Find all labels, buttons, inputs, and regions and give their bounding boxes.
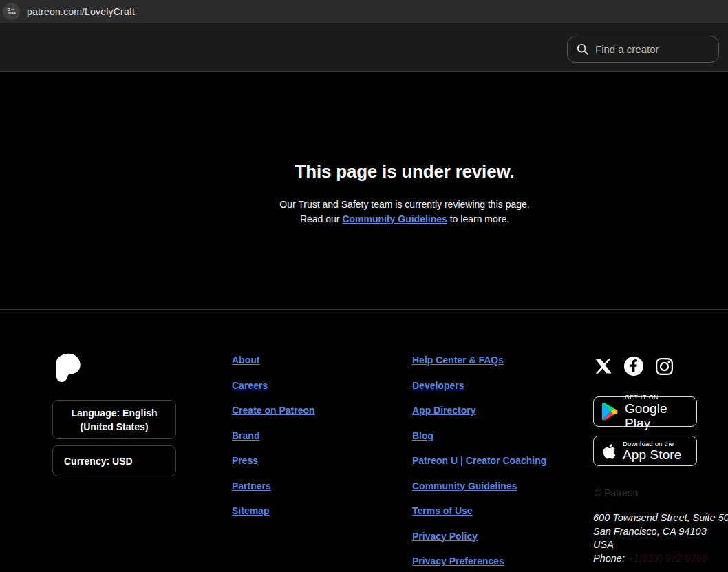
phone-number-link[interactable]: +1(833) 972-8766 xyxy=(628,553,707,564)
patreon-logo[interactable] xyxy=(54,353,81,385)
review-line1: Our Trust and Safety team is currently r… xyxy=(279,199,529,210)
language-selector[interactable]: Language: English (United States) xyxy=(52,400,176,439)
address-line-3: USA xyxy=(593,538,728,552)
footer-link-brand[interactable]: Brand xyxy=(232,430,315,443)
review-line2-prefix: Read our xyxy=(300,213,342,224)
review-line2-suffix: to learn more. xyxy=(447,213,509,224)
review-message: This page is under review. Our Trust and… xyxy=(246,161,563,226)
site-settings-button[interactable] xyxy=(3,3,20,20)
footer-link-community-guidelines[interactable]: Community Guidelines xyxy=(412,480,546,494)
footer-link-help-center[interactable]: Help Center & FAQs xyxy=(412,354,546,368)
footer-link-blog[interactable]: Blog xyxy=(412,430,546,443)
phone-label: Phone: xyxy=(593,553,625,564)
browser-url-bar: patreon.com/LovelyCraft xyxy=(0,0,728,23)
footer-link-press[interactable]: Press xyxy=(232,454,315,468)
x-icon xyxy=(595,357,612,375)
currency-selector[interactable]: Currency: USD xyxy=(52,445,176,476)
footer-link-partners[interactable]: Partners xyxy=(232,480,315,494)
facebook-social-link[interactable] xyxy=(624,357,643,376)
footer-link-careers[interactable]: Careers xyxy=(232,379,315,393)
footer-link-about[interactable]: About xyxy=(232,354,315,368)
instagram-social-link[interactable] xyxy=(655,357,674,376)
footer-links-column-1: About Careers Create on Patreon Brand Pr… xyxy=(232,354,315,518)
footer-links-column-2: Help Center & FAQs Developers App Direct… xyxy=(412,354,546,569)
app-store-badge[interactable]: Download on the App Store xyxy=(593,436,697,466)
address-line-1: 600 Townsend Street, Suite 500 xyxy=(593,511,728,525)
company-address: 600 Townsend Street, Suite 500 San Franc… xyxy=(593,511,728,566)
address-line-2: San Francisco, CA 94103 xyxy=(593,525,728,539)
community-guidelines-link[interactable]: Community Guidelines xyxy=(342,213,447,224)
search-input[interactable] xyxy=(595,43,710,55)
footer-link-app-directory[interactable]: App Directory xyxy=(412,404,546,418)
footer-link-developers[interactable]: Developers xyxy=(412,379,546,393)
app-store-label: App Store xyxy=(623,447,681,462)
footer-link-patreon-u[interactable]: Patreon U | Creator Coaching xyxy=(412,454,546,468)
site-header xyxy=(0,23,728,72)
phone-line: Phone: +1(833) 972-8766 xyxy=(593,552,728,566)
x-social-link[interactable] xyxy=(595,357,612,375)
review-text: Our Trust and Safety team is currently r… xyxy=(246,198,563,226)
footer-link-terms-of-use[interactable]: Terms of Use xyxy=(412,505,546,518)
copyright-text: © Patreon xyxy=(595,487,638,498)
google-play-icon xyxy=(601,403,618,421)
tune-icon xyxy=(6,6,17,17)
footer-link-privacy-preferences[interactable]: Privacy Preferences xyxy=(412,555,546,569)
main-content: This page is under review. Our Trust and… xyxy=(0,72,728,310)
google-play-tagline: GET IT ON xyxy=(625,394,696,401)
instagram-icon xyxy=(655,357,674,376)
footer-link-privacy-policy[interactable]: Privacy Policy xyxy=(412,530,546,544)
footer-link-create-on-patreon[interactable]: Create on Patreon xyxy=(232,404,315,418)
google-play-badge[interactable]: GET IT ON Google Play xyxy=(593,396,697,427)
page-title: This page is under review. xyxy=(246,161,563,182)
url-text[interactable]: patreon.com/LovelyCraft xyxy=(27,6,135,17)
facebook-icon xyxy=(624,357,643,376)
social-icons-row xyxy=(595,357,674,376)
search-box[interactable] xyxy=(567,36,719,63)
apple-icon xyxy=(601,442,617,460)
patreon-logo-icon xyxy=(54,353,81,383)
search-icon xyxy=(576,43,589,56)
app-store-tagline: Download on the xyxy=(623,440,681,447)
google-play-label: Google Play xyxy=(625,401,696,430)
page: patreon.com/LovelyCraft This page is und… xyxy=(0,0,728,572)
footer-link-sitemap[interactable]: Sitemap xyxy=(232,505,315,518)
